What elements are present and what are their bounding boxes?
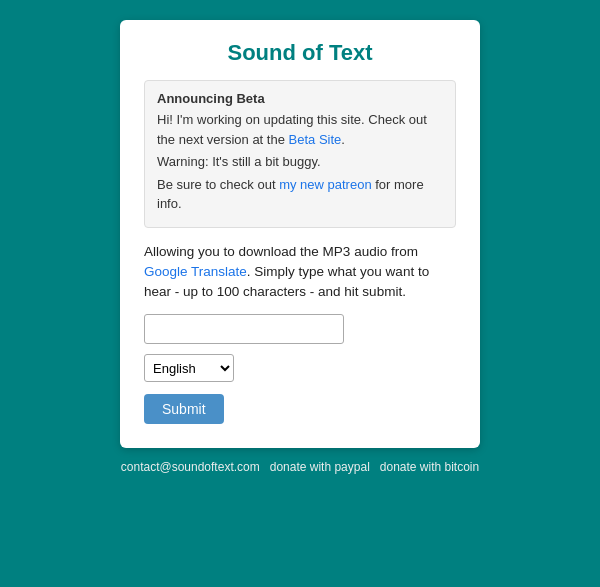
contact-link[interactable]: contact@soundoftext.com xyxy=(121,460,260,474)
beta-line1: Hi! I'm working on updating this site. C… xyxy=(157,110,443,149)
footer: contact@soundoftext.com donate with payp… xyxy=(121,460,479,474)
paypal-link[interactable]: donate with paypal xyxy=(270,460,370,474)
submit-button[interactable]: Submit xyxy=(144,394,224,424)
beta-site-link[interactable]: Beta Site xyxy=(289,132,342,147)
beta-notice: Announcing Beta Hi! I'm working on updat… xyxy=(144,80,456,228)
app-container: Sound of Text Announcing Beta Hi! I'm wo… xyxy=(0,0,600,494)
page-title: Sound of Text xyxy=(144,40,456,66)
beta-line3-prefix: Be sure to check out xyxy=(157,177,279,192)
main-card: Sound of Text Announcing Beta Hi! I'm wo… xyxy=(120,20,480,448)
patreon-link[interactable]: my new patreon xyxy=(279,177,372,192)
text-input[interactable] xyxy=(144,314,344,344)
beta-line3: Be sure to check out my new patreon for … xyxy=(157,175,443,214)
beta-line2: Warning: It's still a bit buggy. xyxy=(157,152,443,172)
bitcoin-link[interactable]: donate with bitcoin xyxy=(380,460,479,474)
description-prefix: Allowing you to download the MP3 audio f… xyxy=(144,244,418,259)
language-select[interactable]: English Spanish French German Italian Ja… xyxy=(144,354,234,382)
google-translate-link[interactable]: Google Translate xyxy=(144,264,247,279)
description: Allowing you to download the MP3 audio f… xyxy=(144,242,456,303)
beta-notice-title: Announcing Beta xyxy=(157,91,443,106)
